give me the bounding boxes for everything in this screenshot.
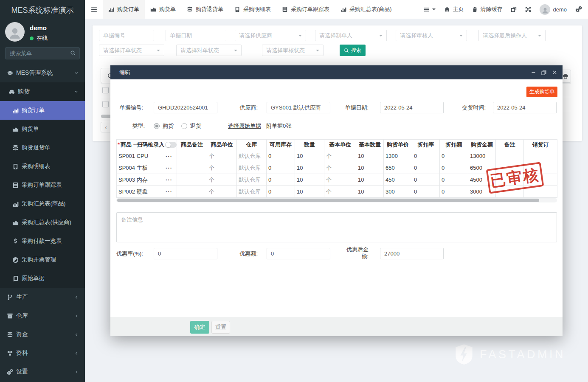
filter-请选择最后操作人[interactable]: 请选择最后操作人 [478,30,546,41]
cell-discount_amount[interactable]: 0 [440,150,468,162]
sidebar-item-采购汇总表(商品)[interactable]: 采购汇总表(商品) [0,194,85,213]
cell-base_unit[interactable]: 个 [324,174,356,186]
cell-remark[interactable] [496,150,524,162]
sidebar-item-购货订单[interactable]: 购货订单 [0,101,85,120]
sidebar-item-购货单[interactable]: 购货单 [0,120,85,138]
product-cell[interactable]: SP003 内存··· [117,174,177,186]
switch-window-icon[interactable] [511,6,517,12]
table-hscrollbar[interactable] [116,198,557,202]
cell-warehouse[interactable]: 默认仓库 [237,186,267,198]
cell-base_unit[interactable]: 个 [324,162,356,174]
settings-gears-icon[interactable] [575,6,582,13]
cell-qty[interactable]: 10 [295,150,324,162]
product-cell[interactable]: SP001 CPU··· [117,150,177,162]
filter-请选择审核人[interactable]: 请选择审核人 [396,30,467,41]
reset-button[interactable]: 重置 [211,321,230,334]
cell-base_unit[interactable]: 个 [324,186,356,198]
cell-price[interactable]: 1300 [384,150,412,162]
home-link[interactable]: 主页 [444,6,464,13]
cell-base_qty[interactable]: 10 [356,162,384,174]
field-input-0[interactable]: GHDD20220524001 [154,102,217,113]
ellipsis-menu-icon[interactable]: ··· [166,165,175,171]
product-cell[interactable]: SP002 硬盘··· [117,186,177,198]
ellipsis-menu-icon[interactable]: ··· [166,153,175,159]
sidebar-item-资金[interactable]: 资金 [0,325,85,344]
cell-warehouse[interactable]: 默认仓库 [237,150,267,162]
sidebar-item-设置[interactable]: 设置 [0,362,85,381]
maximize-icon[interactable] [541,70,547,76]
tab-采购汇总表(商品)[interactable]: 采购汇总表(商品) [335,0,397,19]
filter-请选择制单人[interactable]: 请选择制单人 [315,30,387,41]
product-cell[interactable]: SP004 主板··· [117,162,177,174]
sidebar-item-原始单据[interactable]: 原始单据 [0,269,85,288]
cell-unit[interactable]: 个 [207,174,237,186]
cell-discount_rate[interactable]: 0 [412,186,440,198]
fullscreen-icon[interactable] [525,6,531,12]
filter-单据日期[interactable]: 单据日期 [166,30,226,41]
sidebar-item-购货退货单[interactable]: 购货退货单 [0,138,85,157]
cell-qty[interactable]: 10 [295,174,324,186]
type-radio-购货[interactable]: 购货 [154,122,174,130]
select-source-link[interactable]: 选择原始单据 [228,122,261,130]
cell-base_qty[interactable]: 10 [356,174,384,186]
cell-discount_rate[interactable]: 0 [412,162,440,174]
sidebar-item-购货[interactable]: 购货 [0,82,85,101]
sidebar-item-采购订单跟踪表[interactable]: 采购订单跟踪表 [0,176,85,194]
cell-discount_amount[interactable]: 0 [440,174,468,186]
tab-采购订单跟踪表[interactable]: 采购订单跟踪表 [276,0,335,19]
remark-textarea[interactable]: 备注信息 [116,212,557,242]
filter-单据编号[interactable]: 单据编号 [99,30,154,41]
tab-采购明细表[interactable]: 采购明细表 [229,0,276,19]
cell-unit[interactable]: 个 [207,162,237,174]
cell-stock[interactable]: 0 [267,150,295,162]
navbar-user[interactable]: demo [540,4,567,15]
cell-unit[interactable]: 个 [207,150,237,162]
cell-stock[interactable]: 0 [267,162,295,174]
close-icon[interactable] [551,70,557,76]
type-radio-退货[interactable]: 退货 [181,122,201,130]
ellipsis-menu-icon[interactable]: ··· [166,188,175,195]
sidebar-item-资料[interactable]: 资料 [0,344,85,362]
ellipsis-menu-icon[interactable]: ··· [166,177,175,183]
ok-button[interactable]: 确定 [190,321,209,334]
dialog-header[interactable]: 编辑 [110,65,563,79]
cell-unit[interactable]: 个 [207,186,237,198]
cell-stock[interactable]: 0 [267,174,295,186]
cell-discount_rate[interactable]: 0 [412,174,440,186]
sidebar-item-MES管理系统[interactable]: MES管理系统 [0,64,85,82]
discount-amount-input[interactable]: 0 [267,248,330,259]
cell-base_qty[interactable]: 10 [356,186,384,198]
field-input-3[interactable]: 2022-05-24 [493,102,557,113]
sidebar-item-仓库[interactable]: 仓库 [0,306,85,325]
search-button[interactable]: 搜索 [340,45,366,56]
field-input-1[interactable]: GYS001 默认供应商 [267,102,330,113]
cell-note[interactable] [177,150,207,162]
cell-note[interactable] [177,186,207,198]
cell-discount_amount[interactable]: 0 [440,186,468,198]
pagination-prev[interactable]: ‹ [101,122,111,132]
sidebar-item-采购汇总表(供应商)[interactable]: 采购汇总表(供应商) [0,213,85,232]
cell-base_qty[interactable]: 10 [356,150,384,162]
minimize-icon[interactable] [530,70,536,76]
sidebar-item-采购明细表[interactable]: 采购明细表 [0,157,85,176]
cell-price[interactable]: 300 [384,186,412,198]
field-input-2[interactable]: 2022-05-24 [380,102,444,113]
generate-purchase-button[interactable]: 生成购货单 [526,87,557,97]
cell-qty[interactable]: 10 [295,162,324,174]
cell-price[interactable]: 450 [384,174,412,186]
discount-rate-input[interactable]: 0 [154,248,217,259]
cell-sales_order[interactable] [524,150,557,162]
cell-warehouse[interactable]: 默认仓库 [237,162,267,174]
cell-base_unit[interactable]: 个 [324,150,356,162]
sidebar-item-采购付款一览表[interactable]: 采购付款一览表 [0,232,85,250]
cell-stock[interactable]: 0 [267,186,295,198]
sidebar-item-生产[interactable]: 生产 [0,288,85,306]
cell-discount_amount[interactable]: 0 [440,162,468,174]
cell-warehouse[interactable]: 默认仓库 [237,174,267,186]
tab-购货单[interactable]: 购货单 [145,0,181,19]
filter-请选择订单状态[interactable]: 请选择订单状态 [99,45,164,56]
filter-请选择对单状态[interactable]: 请选择对单状态 [176,45,242,56]
cell-qty[interactable]: 10 [295,186,324,198]
clear-cache-link[interactable]: 清除缓存 [472,6,502,13]
final-amount-input[interactable]: 27000 [380,248,444,259]
